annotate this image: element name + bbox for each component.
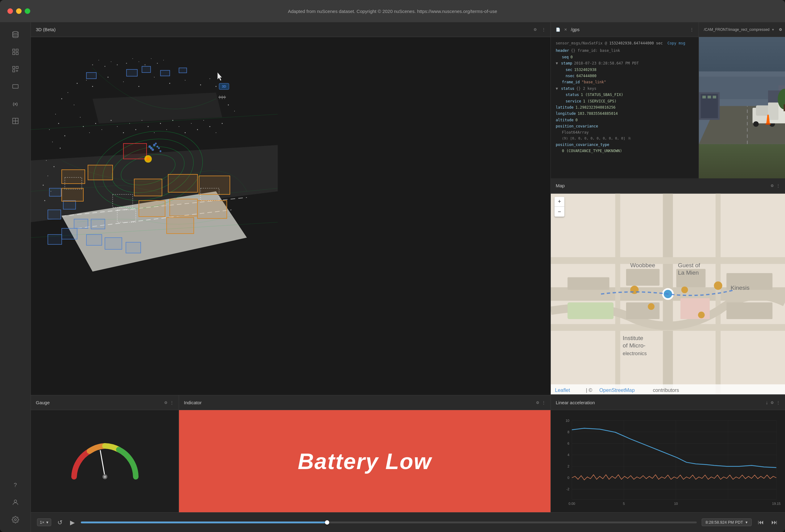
sidebar-item-user[interactable] — [8, 495, 23, 510]
svg-point-75 — [145, 65, 146, 66]
camera-gear-icon[interactable]: ⚙ — [779, 27, 782, 32]
loop-button[interactable]: ↺ — [56, 517, 64, 527]
gauge-gear-icon[interactable]: ⚙ — [164, 401, 168, 405]
gps-close-icon[interactable]: ✕ — [564, 27, 567, 32]
maximize-button[interactable] — [25, 8, 30, 14]
service-row: service 1 (SERVICE_GPS) — [556, 98, 694, 104]
map-gear-icon[interactable]: ⚙ — [770, 184, 774, 188]
gauge-panel: Gauge ⚙ ⋮ — [31, 395, 179, 512]
sidebar-item-help[interactable]: ? — [8, 478, 23, 492]
svg-point-44 — [43, 185, 44, 186]
svg-point-26 — [61, 98, 62, 99]
chart-download-icon[interactable]: ↓ — [765, 400, 768, 405]
svg-point-43 — [48, 176, 48, 176]
pos-cov-type-row: position_covariance_type — [556, 142, 694, 148]
sidebar-item-variable[interactable]: (x) — [8, 96, 23, 111]
viewport-title: 3D (Beta) — [36, 27, 533, 32]
svg-point-62 — [154, 132, 155, 133]
skip-forward-button[interactable]: ⏭ — [770, 517, 779, 527]
map-panel: Map ⚙ ⋮ — [551, 178, 785, 395]
progress-thumb[interactable] — [325, 520, 329, 525]
svg-point-129 — [158, 147, 160, 149]
copy-array-icon[interactable]: ⎘ — [629, 136, 631, 141]
sidebar-item-add[interactable] — [8, 62, 23, 77]
traffic-lights — [7, 8, 30, 14]
map-zoom-out-button[interactable]: − — [555, 207, 564, 217]
svg-point-73 — [222, 123, 223, 124]
frame-id-row: frame_id "base_link" — [556, 79, 694, 85]
status-status-row: status 1 (STATUS_SBAS_FIX) — [556, 92, 694, 98]
svg-point-60 — [142, 120, 142, 121]
scene-3d: 3D — [31, 37, 551, 395]
chart-svg: 10 8 6 4 2 0 -2 0.00 5 — [553, 414, 783, 511]
svg-rect-147 — [702, 96, 706, 98]
svg-point-59 — [135, 129, 136, 130]
svg-rect-112 — [139, 201, 165, 217]
svg-point-38 — [65, 135, 66, 136]
gps-file-icon: 📄 — [556, 27, 560, 32]
viewport-gear-icon[interactable]: ⚙ — [533, 27, 537, 32]
svg-rect-149 — [713, 96, 716, 98]
copy-msg-btn[interactable]: Copy msg — [667, 41, 685, 45]
chart-more-icon[interactable]: ⋮ — [776, 401, 780, 405]
svg-point-80 — [132, 58, 133, 59]
svg-rect-99 — [74, 219, 88, 228]
svg-point-68 — [191, 123, 192, 124]
svg-rect-157 — [768, 102, 779, 120]
sidebar-item-grid2[interactable] — [8, 113, 23, 128]
gauge-content — [31, 410, 179, 512]
stamp-row: ▼ stamp 2018-07-23 8:28:58.647 PM PDT — [556, 60, 694, 66]
map-zoom-in-button[interactable]: + — [555, 197, 564, 207]
svg-rect-161 — [784, 104, 785, 111]
sidebar-item-settings[interactable] — [8, 512, 23, 527]
window-title: Adapted from nuScenes dataset. Copyright… — [288, 9, 497, 14]
svg-text:19.15: 19.15 — [772, 502, 781, 505]
gps-more-icon[interactable]: ⋮ — [690, 27, 694, 32]
latitude-row: latitude 1.2982323940816256 — [556, 104, 694, 110]
sidebar-item-frame[interactable] — [8, 79, 23, 94]
svg-point-198 — [104, 476, 106, 478]
map-zoom-controls: + − — [555, 197, 564, 217]
camera-panel: /CAM_FRONT/image_rect_compressed ▾ ⚙ ⋮ — [699, 22, 785, 178]
camera-dropdown-icon[interactable]: ▾ — [772, 27, 774, 32]
skip-back-button[interactable]: ⏮ — [757, 517, 765, 527]
svg-rect-109 — [134, 179, 162, 196]
svg-point-14 — [14, 500, 17, 502]
svg-point-53 — [95, 123, 96, 124]
minimize-button[interactable] — [16, 8, 22, 14]
close-button[interactable] — [7, 8, 13, 14]
progress-bar[interactable] — [81, 522, 697, 523]
camera-path: /CAM_FRONT/image_rect_compressed — [704, 27, 769, 32]
svg-point-71 — [209, 126, 210, 127]
map-bottom-row: Map ⚙ ⋮ — [551, 178, 785, 395]
svg-point-36 — [58, 123, 59, 124]
chart-gear-icon[interactable]: ⚙ — [770, 401, 774, 405]
timestamp-selector[interactable]: 8:28:58.924 PM PDT ▾ — [702, 518, 752, 526]
svg-text:Woobbee: Woobbee — [630, 262, 655, 269]
right-panels: 📄 ✕ /gps ⋮ sensor_msgs/NavSatFix @ 15324… — [551, 22, 785, 395]
svg-text:electronics: electronics — [623, 351, 647, 356]
svg-text:0.00: 0.00 — [569, 502, 575, 505]
svg-rect-113 — [170, 199, 198, 216]
sidebar-item-database[interactable] — [8, 27, 23, 42]
svg-point-154 — [753, 121, 759, 127]
gauge-more-icon[interactable]: ⋮ — [170, 401, 174, 405]
svg-text:Leaflet: Leaflet — [555, 387, 570, 393]
viewport-more-icon[interactable]: ⋮ — [542, 27, 546, 32]
svg-point-32 — [200, 84, 201, 85]
svg-point-39 — [52, 142, 53, 142]
indicator-more-icon[interactable]: ⋮ — [542, 401, 546, 405]
speed-selector[interactable]: 1× ▾ — [37, 518, 51, 526]
svg-point-78 — [163, 60, 164, 60]
svg-point-70 — [203, 120, 204, 121]
svg-point-181 — [714, 282, 723, 290]
map-more-icon[interactable]: ⋮ — [776, 184, 780, 188]
indicator-gear-icon[interactable]: ⚙ — [536, 401, 539, 405]
svg-rect-105 — [86, 234, 102, 245]
svg-text:10: 10 — [674, 502, 678, 505]
svg-point-180 — [648, 303, 655, 310]
sidebar-item-grid[interactable] — [8, 45, 23, 59]
svg-rect-115 — [167, 218, 194, 234]
svg-point-77 — [157, 63, 158, 64]
play-button[interactable]: ▶ — [69, 517, 76, 527]
